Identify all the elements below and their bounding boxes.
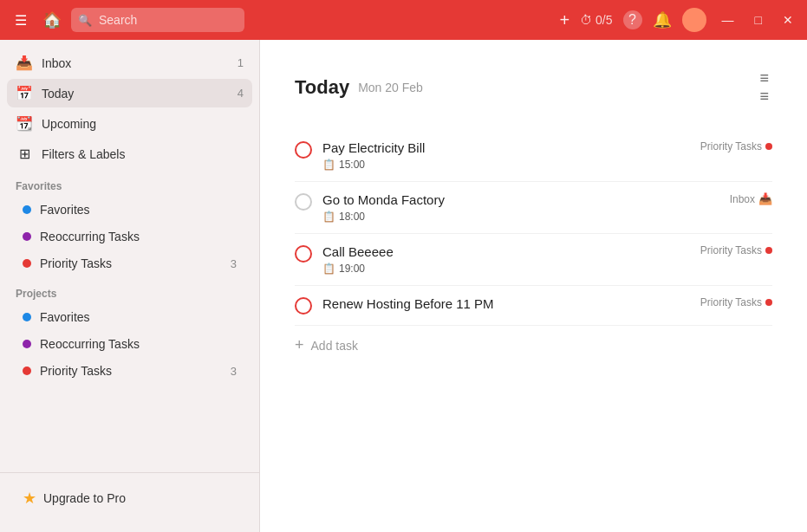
task-tag-label: Priority Tasks — [700, 296, 762, 308]
sidebar-item-filters[interactable]: ⊞ Filters & Labels — [7, 139, 252, 168]
star-icon: ★ — [23, 489, 36, 508]
task-item: Pay Electricity Bill 📋 15:00 Priority Ta… — [295, 130, 772, 182]
inbox-label: Inbox — [42, 56, 229, 70]
avatar[interactable] — [682, 8, 706, 32]
task-tag: Priority Tasks — [700, 296, 772, 308]
sidebar: 📥 Inbox 1 📅 Today 4 📆 Upcoming ⊞ Filters… — [0, 40, 260, 532]
fav-favorites-label: Favorites — [40, 203, 237, 217]
proj-reoccurring-label: Reoccurring Tasks — [40, 337, 237, 351]
inbox-icon: 📥 — [758, 192, 772, 205]
proj-reoccurring-dot — [23, 340, 31, 348]
proj-priority-count: 3 — [231, 365, 237, 378]
menu-button[interactable]: ☰ — [9, 8, 33, 32]
task-meta: Inbox 📥 — [730, 192, 772, 205]
search-wrapper: 🔍 — [71, 8, 244, 32]
tag-dot — [765, 299, 772, 306]
tasks-container: Pay Electricity Bill 📋 15:00 Priority Ta… — [295, 130, 772, 326]
upcoming-label: Upcoming — [42, 117, 244, 131]
sidebar-item-fav-favorites[interactable]: Favorites — [7, 197, 252, 223]
home-icon: 🏠 — [42, 10, 62, 29]
sidebar-item-proj-favorites[interactable]: Favorites — [7, 304, 252, 330]
task-tag: Priority Tasks — [700, 140, 772, 152]
task-meta: Priority Tasks — [700, 244, 772, 256]
task-content: Renew Hosting Before 11 PM — [322, 296, 690, 315]
task-time: 📋 18:00 — [322, 211, 719, 223]
task-checkbox[interactable] — [295, 297, 312, 315]
sidebar-item-proj-priority[interactable]: Priority Tasks 3 — [7, 358, 252, 384]
upgrade-button[interactable]: ★ Upgrade to Pro — [14, 482, 245, 515]
inbox-icon: 📥 — [16, 55, 33, 71]
search-input[interactable] — [71, 8, 244, 32]
task-tag: Priority Tasks — [700, 244, 772, 256]
fav-priority-count: 3 — [231, 257, 237, 270]
upgrade-label: Upgrade to Pro — [43, 491, 126, 505]
sidebar-item-proj-reoccurring[interactable]: Reoccurring Tasks — [7, 331, 252, 357]
task-meta: Priority Tasks — [700, 296, 772, 308]
task-time: 📋 19:00 — [322, 263, 690, 275]
tag-dot — [765, 143, 772, 150]
projects-section-title: Projects — [0, 277, 259, 303]
task-tag-label: Priority Tasks — [700, 244, 762, 256]
fav-reoccurring-dot — [23, 232, 31, 241]
add-icon: + — [295, 336, 304, 354]
fav-favorites-dot — [23, 205, 31, 214]
sidebar-item-upcoming[interactable]: 📆 Upcoming — [7, 109, 252, 138]
close-button[interactable]: ✕ — [778, 13, 798, 27]
filter-button[interactable]: ≡≡ — [756, 66, 772, 109]
titlebar: ☰ 🏠 🔍 + ⏱ 0/5 ? 🔔 — □ ✕ — [0, 0, 807, 40]
titlebar-actions: + ⏱ 0/5 ? 🔔 — □ ✕ — [559, 8, 798, 32]
app-body: 📥 Inbox 1 📅 Today 4 📆 Upcoming ⊞ Filters… — [0, 40, 807, 532]
help-button[interactable]: ? — [623, 10, 642, 29]
home-button[interactable]: 🏠 — [40, 8, 64, 32]
sidebar-nav: 📥 Inbox 1 📅 Today 4 📆 Upcoming ⊞ Filters… — [0, 49, 259, 170]
upcoming-icon: 📆 — [16, 115, 33, 132]
proj-favorites-label: Favorites — [40, 310, 237, 324]
filters-label: Filters & Labels — [42, 147, 244, 161]
task-time-value: 19:00 — [339, 263, 365, 275]
add-button[interactable]: + — [559, 10, 569, 30]
karma-badge[interactable]: ⏱ 0/5 — [580, 13, 612, 27]
proj-favorites-dot — [23, 313, 31, 321]
clock-icon: 📋 — [322, 159, 335, 171]
task-checkbox[interactable] — [295, 245, 312, 263]
page-date: Mon 20 Feb — [358, 81, 423, 94]
task-name: Pay Electricity Bill — [322, 140, 690, 155]
task-meta: Priority Tasks — [700, 140, 772, 152]
task-time-value: 15:00 — [339, 159, 365, 171]
notifications-button[interactable]: 🔔 — [653, 10, 672, 29]
sidebar-item-inbox[interactable]: 📥 Inbox 1 — [7, 49, 252, 77]
task-time-value: 18:00 — [339, 211, 365, 223]
proj-priority-label: Priority Tasks — [40, 364, 222, 378]
today-icon: 📅 — [16, 85, 33, 101]
sidebar-footer: ★ Upgrade to Pro — [0, 472, 259, 523]
task-checkbox[interactable] — [295, 141, 312, 159]
menu-icon: ☰ — [15, 12, 27, 29]
task-name: Go to Monda Factory — [322, 192, 719, 207]
task-item: Go to Monda Factory 📋 18:00 Inbox 📥 — [295, 182, 772, 234]
page-title: Today — [295, 76, 349, 99]
add-task-button[interactable]: + Add task — [295, 326, 772, 365]
task-content: Call Beeeee 📋 19:00 — [322, 244, 690, 275]
task-tag-label: Priority Tasks — [700, 140, 762, 152]
sidebar-item-today[interactable]: 📅 Today 4 — [7, 79, 252, 107]
maximize-button[interactable]: □ — [750, 13, 767, 27]
fav-priority-dot — [23, 259, 31, 268]
today-count: 4 — [238, 87, 244, 100]
minimize-button[interactable]: — — [717, 13, 739, 27]
sidebar-item-fav-reoccurring[interactable]: Reoccurring Tasks — [7, 224, 252, 250]
search-icon: 🔍 — [78, 14, 92, 27]
favorites-section-title: Favorites — [0, 170, 259, 196]
clock-icon: 📋 — [322, 211, 335, 223]
task-tag-label: Inbox — [730, 193, 755, 205]
fav-priority-label: Priority Tasks — [40, 256, 222, 270]
task-name: Call Beeeee — [322, 244, 690, 259]
karma-icon: ⏱ — [580, 13, 592, 27]
task-checkbox[interactable] — [295, 193, 312, 211]
task-item: Call Beeeee 📋 19:00 Priority Tasks — [295, 234, 772, 286]
task-item: Renew Hosting Before 11 PM Priority Task… — [295, 286, 772, 326]
task-content: Go to Monda Factory 📋 18:00 — [322, 192, 719, 223]
clock-icon: 📋 — [322, 263, 335, 275]
sidebar-item-fav-priority[interactable]: Priority Tasks 3 — [7, 250, 252, 276]
task-tag: Inbox 📥 — [730, 192, 772, 205]
today-label: Today — [42, 87, 229, 101]
